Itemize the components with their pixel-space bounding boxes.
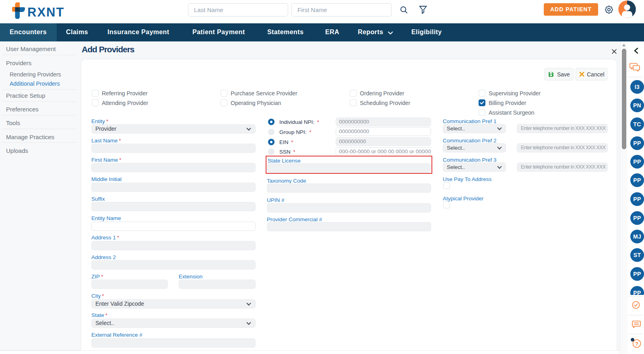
svg-text:?: ? — [635, 341, 638, 347]
